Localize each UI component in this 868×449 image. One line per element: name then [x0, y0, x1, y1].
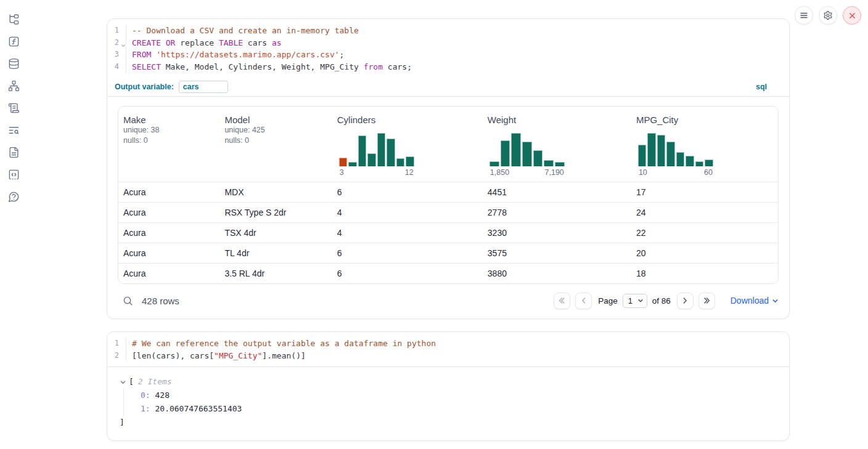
- output-variable-input[interactable]: [179, 81, 228, 93]
- page-select[interactable]: 1: [623, 294, 647, 308]
- column-header-cylinders[interactable]: Cylinders312: [332, 107, 483, 182]
- histogram-cylinders[interactable]: 312: [339, 133, 414, 177]
- table-row[interactable]: Acura3.5 RL 4dr6388018: [118, 263, 778, 283]
- table-row[interactable]: AcuraRSX Type S 2dr4277824: [118, 202, 778, 222]
- histogram-bar[interactable]: [647, 133, 656, 166]
- language-badge[interactable]: sql: [756, 83, 767, 91]
- table-row[interactable]: AcuraTL 4dr6357520: [118, 243, 778, 263]
- tree-item-key: 0:: [141, 390, 150, 400]
- histogram-bar[interactable]: [705, 160, 713, 166]
- code-text: SELECT Make, Model, Cylinders, Weight, M…: [126, 61, 412, 73]
- sidebar-item-data-sources[interactable]: [8, 58, 20, 70]
- code-line[interactable]: 2[len(cars), cars["MPG_City"].mean()]: [107, 350, 789, 362]
- output-variable-label: Output variable:: [115, 83, 174, 91]
- histogram-weight[interactable]: 1,8507,190: [489, 133, 565, 177]
- chevron-down-icon: [772, 297, 779, 304]
- table-cell: 20: [631, 248, 778, 258]
- sidebar-item-snippets[interactable]: [8, 169, 20, 180]
- last-page-button[interactable]: [698, 293, 715, 309]
- histogram-bar[interactable]: [387, 139, 395, 166]
- histogram-bar[interactable]: [555, 162, 565, 166]
- histogram-bar[interactable]: [657, 135, 666, 166]
- sidebar-item-help[interactable]: [8, 191, 20, 203]
- histogram-bar[interactable]: [544, 160, 554, 166]
- histogram-bar[interactable]: [377, 133, 386, 166]
- code-line[interactable]: 1-- Download a CSV and create an in-memo…: [107, 25, 789, 37]
- table-cell: 17: [631, 187, 778, 197]
- python-cell: 1# We can reference the output variable …: [107, 331, 790, 441]
- sql-cell-output: Makeunique: 38nulls: 0Modelunique: 425nu…: [107, 97, 789, 318]
- search-icon[interactable]: [123, 296, 133, 306]
- line-number: 1: [107, 338, 126, 350]
- sidebar-item-file-explorer[interactable]: [8, 14, 20, 25]
- code-line[interactable]: 4SELECT Make, Model, Cylinders, Weight, …: [107, 61, 789, 73]
- code-text: -- Download a CSV and create an in-memor…: [126, 25, 359, 37]
- code-snippet-icon: [8, 169, 20, 180]
- code-line[interactable]: 1# We can reference the output variable …: [107, 338, 789, 350]
- close-bracket: ]: [120, 416, 777, 429]
- column-header-weight[interactable]: Weight1,8507,190: [483, 107, 631, 182]
- histogram-bar[interactable]: [339, 158, 348, 166]
- python-code-editor[interactable]: 1# We can reference the output variable …: [107, 332, 789, 366]
- column-header-make[interactable]: Makeunique: 38nulls: 0: [118, 107, 219, 182]
- collapse-chevron-icon[interactable]: [120, 379, 126, 386]
- menu-button[interactable]: [795, 6, 813, 25]
- histogram-bar[interactable]: [367, 153, 376, 166]
- column-name: Weight: [488, 115, 626, 125]
- histogram-bar[interactable]: [396, 158, 405, 167]
- column-name: Cylinders: [337, 115, 478, 125]
- histogram-max-label: 12: [405, 168, 414, 177]
- table-cell: Acura: [118, 228, 219, 238]
- table-cell: Acura: [118, 208, 219, 217]
- sidebar-item-scratchpad[interactable]: [8, 102, 20, 114]
- histogram-min-label: 3: [340, 168, 344, 177]
- gear-icon: [823, 10, 833, 20]
- tree-item-value: 20.060747663551403: [150, 404, 242, 413]
- shutdown-button[interactable]: [843, 6, 861, 25]
- next-page-button[interactable]: [677, 293, 694, 309]
- histogram-bar[interactable]: [666, 142, 675, 166]
- scroll-text-icon: [8, 102, 20, 114]
- prev-page-button[interactable]: [575, 293, 592, 309]
- download-button[interactable]: Download: [731, 296, 779, 305]
- sql-cell: 1-- Download a CSV and create an in-memo…: [107, 18, 790, 319]
- code-text: CREATE OR replace TABLE cars as: [126, 37, 282, 49]
- code-line[interactable]: 3FROM 'https://datasets.marimo.app/cars.…: [107, 49, 789, 61]
- table-footer: 428 rows Page 1 o: [118, 291, 779, 310]
- column-header-model[interactable]: Modelunique: 425nulls: 0: [219, 107, 332, 182]
- table-cell: 22: [631, 228, 778, 238]
- column-header-mpg_city[interactable]: MPG_City1060: [631, 107, 778, 182]
- histogram-bar[interactable]: [406, 156, 414, 166]
- histogram-bar[interactable]: [358, 136, 367, 166]
- histogram-bar[interactable]: [501, 140, 510, 166]
- histogram-bar[interactable]: [511, 133, 521, 166]
- sql-code-editor[interactable]: 1-- Download a CSV and create an in-memo…: [107, 19, 789, 78]
- first-page-button[interactable]: [554, 293, 570, 309]
- file-tree-icon: [8, 14, 20, 25]
- marimo-notebook: 1-- Download a CSV and create an in-memo…: [0, 0, 868, 449]
- page-select-value: 1: [628, 296, 633, 305]
- table-header-row: Makeunique: 38nulls: 0Modelunique: 425nu…: [118, 107, 778, 182]
- histogram-bar[interactable]: [348, 162, 357, 166]
- line-number: 4: [107, 61, 126, 73]
- sidebar-item-logs[interactable]: [8, 124, 20, 136]
- sidebar-item-variables[interactable]: [8, 36, 20, 47]
- histogram-bar[interactable]: [522, 142, 532, 167]
- histogram-bar[interactable]: [638, 145, 647, 166]
- column-name: Model: [224, 115, 327, 125]
- histogram-mpg_city[interactable]: 1060: [638, 133, 713, 177]
- chevron-down-icon: [637, 297, 644, 304]
- histogram-bar[interactable]: [533, 150, 543, 166]
- histogram-bar[interactable]: [489, 161, 499, 166]
- table-row[interactable]: AcuraTSX 4dr4323022: [118, 222, 778, 243]
- table-row[interactable]: AcuraMDX6445117: [118, 182, 778, 202]
- code-text: # We can reference the output variable a…: [126, 338, 436, 350]
- histogram-bar[interactable]: [676, 152, 685, 166]
- notebook-cells: 1-- Download a CSV and create an in-memo…: [107, 18, 790, 441]
- histogram-bar[interactable]: [695, 161, 704, 166]
- code-line[interactable]: 2CREATE OR replace TABLE cars as: [107, 37, 789, 49]
- settings-button[interactable]: [819, 6, 837, 25]
- sidebar-item-documentation[interactable]: [8, 147, 20, 158]
- sidebar-item-dependency-graph[interactable]: [8, 80, 20, 92]
- histogram-bar[interactable]: [686, 156, 694, 166]
